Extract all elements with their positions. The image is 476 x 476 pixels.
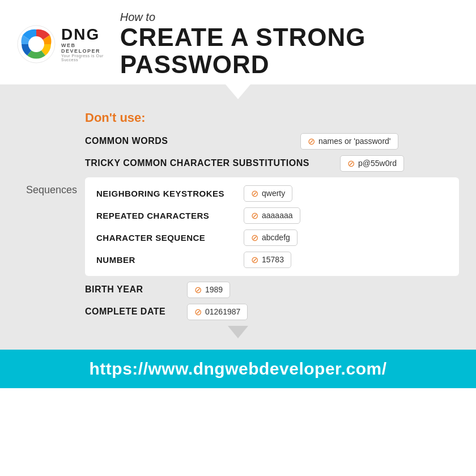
tricky-substitutions-row: TRICKY COMMON CHARACTER SUBSTITUTIONS ⊘ …: [85, 155, 459, 172]
neighboring-keystrokes-row: NEIGHBORING KEYSTROKES ⊘ qwerty: [96, 185, 448, 202]
content-area: Don't use: COMMON WORDS ⊘ names or 'pass…: [0, 99, 476, 350]
repeated-characters-badge: ⊘ aaaaaaa: [244, 207, 300, 224]
neighboring-keystrokes-value: qwerty: [262, 189, 285, 198]
repeated-characters-value: aaaaaaa: [262, 211, 293, 220]
tricky-substitutions-badge: ⊘ p@55w0rd: [340, 155, 404, 172]
logo-dng-text: DNG: [61, 27, 105, 42]
svg-point-1: [28, 36, 44, 52]
complete-date-row: COMPLETE DATE ⊘ 01261987: [85, 304, 459, 320]
header-title-block: How to CREATE A STRONG PASSWORD: [120, 10, 459, 79]
character-sequence-badge: ⊘ abcdefg: [244, 230, 298, 246]
common-words-row: COMMON WORDS ⊘ names or 'password': [85, 133, 459, 150]
birth-year-row: BIRTH YEAR ⊘ 1989: [85, 282, 459, 298]
birth-year-label: BIRTH YEAR: [85, 284, 187, 295]
arrow-divider: [0, 84, 476, 99]
character-sequence-value: abcdefg: [262, 233, 290, 242]
logo-sub-text: WEB DEVELOPER: [61, 42, 105, 54]
footer-url[interactable]: https://www.dngwebdeveloper.com/: [90, 359, 387, 379]
complete-date-value: 01261987: [205, 307, 240, 316]
sequences-section: Sequences NEIGHBORING KEYSTROKES ⊘ qwert…: [17, 177, 459, 276]
common-words-label: COMMON WORDS: [85, 136, 300, 146]
dont-use-label: Don't use:: [85, 110, 459, 125]
footer: https://www.dngwebdeveloper.com/: [0, 350, 476, 388]
logo-tagline-text: Your Progress is Our Success: [61, 54, 105, 62]
no-symbol-icon: ⊘: [308, 136, 315, 147]
neighboring-keystrokes-label: NEIGHBORING KEYSTROKES: [96, 189, 244, 198]
tricky-substitutions-value: p@55w0rd: [358, 159, 397, 168]
common-words-value: names or 'password': [318, 137, 391, 146]
logo-text: DNG WEB DEVELOPER Your Progress is Our S…: [61, 27, 105, 62]
dng-logo-icon: [17, 25, 56, 63]
no-symbol-icon-8: ⊘: [194, 307, 202, 317]
character-sequence-label: CHARACTER SEQUENCE: [96, 233, 244, 243]
sequences-section-label: Sequences: [17, 177, 85, 196]
bottom-arrow-container: [17, 326, 459, 338]
no-symbol-icon-4: ⊘: [251, 210, 258, 221]
birth-year-badge: ⊘ 1989: [187, 282, 230, 298]
neighboring-keystrokes-badge: ⊘ qwerty: [244, 185, 292, 202]
how-to-text: How to: [120, 10, 459, 24]
repeated-characters-label: REPEATED CHARACTERS: [96, 211, 244, 220]
number-row: NUMBER ⊘ 15783: [96, 252, 448, 268]
no-symbol-icon-2: ⊘: [347, 158, 355, 169]
header: DNG WEB DEVELOPER Your Progress is Our S…: [0, 0, 476, 84]
number-label: NUMBER: [96, 255, 244, 265]
arrow-down-icon: [226, 84, 250, 99]
number-badge: ⊘ 15783: [244, 252, 291, 268]
tricky-substitutions-label: TRICKY COMMON CHARACTER SUBSTITUTIONS: [85, 158, 340, 168]
personal-section: BIRTH YEAR ⊘ 1989 COMPLETE DATE ⊘ 012619…: [85, 282, 459, 320]
character-sequence-row: CHARACTER SEQUENCE ⊘ abcdefg: [96, 230, 448, 246]
number-value: 15783: [262, 255, 284, 264]
main-title-text: CREATE A STRONG PASSWORD: [120, 24, 459, 79]
no-symbol-icon-5: ⊘: [251, 232, 258, 243]
no-symbol-icon-6: ⊘: [251, 254, 258, 265]
repeated-characters-row: REPEATED CHARACTERS ⊘ aaaaaaa: [96, 207, 448, 224]
logo-container: DNG WEB DEVELOPER Your Progress is Our S…: [17, 25, 105, 63]
bottom-arrow-icon: [228, 326, 248, 338]
birth-year-value: 1989: [205, 285, 223, 294]
no-symbol-icon-3: ⊘: [251, 188, 258, 199]
no-symbol-icon-7: ⊘: [194, 284, 202, 295]
complete-date-badge: ⊘ 01261987: [187, 304, 248, 320]
sequences-box: NEIGHBORING KEYSTROKES ⊘ qwerty REPEATED…: [85, 177, 459, 276]
complete-date-label: COMPLETE DATE: [85, 307, 187, 317]
common-words-badge: ⊘ names or 'password': [300, 133, 398, 150]
